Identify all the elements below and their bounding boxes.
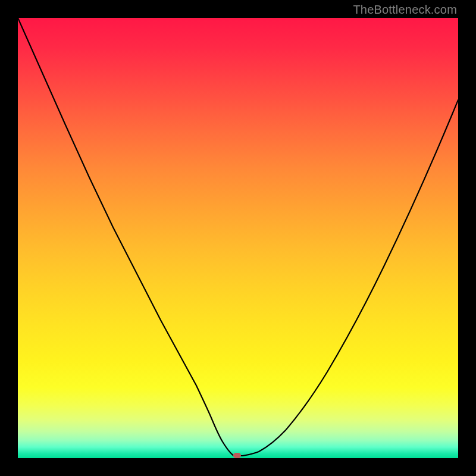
curve-layer — [18, 18, 458, 458]
plot-area — [18, 18, 458, 458]
bottleneck-curve — [18, 18, 458, 456]
minimum-marker — [233, 453, 241, 458]
watermark-text: TheBottleneck.com — [353, 3, 457, 17]
chart-frame: TheBottleneck.com — [0, 0, 476, 476]
